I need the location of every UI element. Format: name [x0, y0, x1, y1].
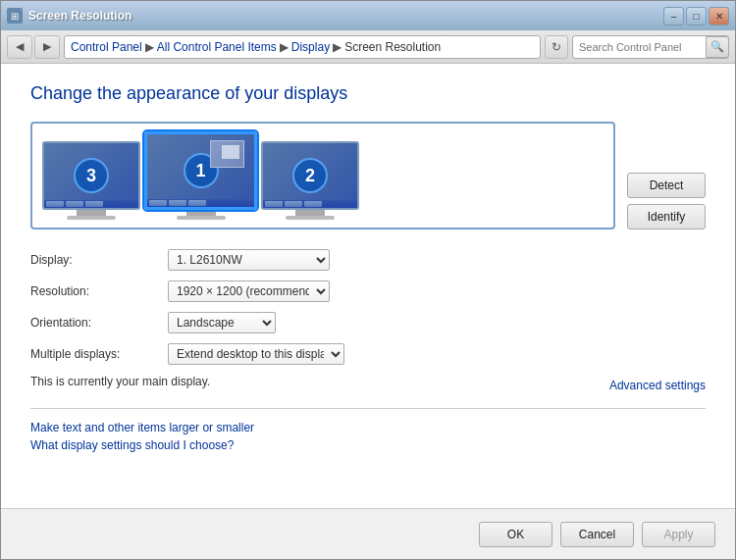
- monitor-taskbar-2: [263, 200, 357, 208]
- orientation-row: Orientation: Landscape Portrait: [30, 312, 706, 333]
- taskbar-btn: [66, 201, 83, 207]
- display-row: Display: 1. L2610NW: [30, 249, 706, 271]
- monitor-area: 3 1: [30, 122, 706, 229]
- main-content: Change the appearance of your displays 3: [1, 64, 735, 508]
- title-buttons: – □ ✕: [663, 7, 729, 25]
- status-row: This is currently your main display. Adv…: [30, 375, 706, 396]
- forward-button[interactable]: ▶: [34, 35, 60, 59]
- resolution-select[interactable]: 1920 × 1200 (recommended): [168, 280, 330, 302]
- taskbar-btn: [265, 201, 283, 207]
- help-links: Make text and other items larger or smal…: [30, 421, 706, 452]
- breadcrumb-control-panel[interactable]: Control Panel: [71, 40, 142, 54]
- monitor-base-2: [286, 216, 335, 220]
- breadcrumb: Control Panel ▶ All Control Panel Items …: [64, 35, 541, 59]
- monitor-screen-2: 2: [261, 141, 359, 210]
- form-section: Display: 1. L2610NW Resolution: 1920 × 1…: [30, 249, 706, 365]
- orientation-select[interactable]: Landscape Portrait: [168, 312, 276, 333]
- cancel-button[interactable]: Cancel: [560, 522, 634, 547]
- title-bar: ⊞ Screen Resolution – □ ✕: [1, 1, 735, 30]
- monitor-screen-1: 1: [144, 131, 257, 210]
- monitors-container: 3 1: [30, 122, 615, 229]
- identify-button[interactable]: Identify: [627, 204, 706, 229]
- multiple-displays-row: Multiple displays: Extend desktop to thi…: [30, 343, 706, 365]
- small-screen: [210, 140, 244, 168]
- monitor-preview-2[interactable]: 2: [261, 141, 359, 220]
- taskbar-btn: [85, 201, 103, 207]
- title-text: Screen Resolution: [28, 9, 663, 23]
- monitor-preview-3[interactable]: 3: [42, 141, 140, 220]
- breadcrumb-sep-1: ▶: [145, 40, 154, 54]
- taskbar-btn: [149, 200, 167, 206]
- breadcrumb-current: Screen Resolution: [344, 40, 441, 54]
- small-screen-inner: [222, 145, 239, 159]
- window-icon: ⊞: [7, 8, 23, 24]
- multiple-displays-select[interactable]: Extend desktop to this display Duplicate…: [168, 343, 344, 365]
- advanced-settings-link[interactable]: Advanced settings: [609, 379, 706, 392]
- back-button[interactable]: ◀: [7, 35, 32, 59]
- address-bar: ◀ ▶ Control Panel ▶ All Control Panel It…: [1, 30, 735, 64]
- breadcrumb-sep-3: ▶: [333, 40, 342, 54]
- taskbar-btn: [304, 201, 322, 207]
- breadcrumb-sep-2: ▶: [280, 40, 289, 54]
- resolution-row: Resolution: 1920 × 1200 (recommended): [30, 280, 706, 302]
- refresh-button[interactable]: ↻: [545, 35, 568, 59]
- monitor-screen-3: 3: [42, 141, 140, 210]
- detect-button[interactable]: Detect: [627, 173, 706, 198]
- taskbar-btn: [46, 201, 64, 207]
- monitor-number-2: 2: [292, 158, 328, 193]
- main-display-status: This is currently your main display.: [30, 375, 210, 388]
- taskbar-btn: [285, 201, 302, 207]
- taskbar-btn: [188, 200, 206, 206]
- breadcrumb-all-items[interactable]: All Control Panel Items: [157, 40, 277, 54]
- close-button[interactable]: ✕: [709, 7, 729, 25]
- monitor-buttons: Detect Identify: [627, 173, 706, 229]
- monitor-taskbar-1: [147, 199, 254, 207]
- divider: [30, 408, 706, 409]
- page-title: Change the appearance of your displays: [30, 83, 706, 104]
- apply-button[interactable]: Apply: [642, 522, 715, 547]
- bottom-bar: OK Cancel Apply: [1, 508, 735, 559]
- help-link-text-size[interactable]: Make text and other items larger or smal…: [30, 421, 706, 434]
- ok-button[interactable]: OK: [479, 522, 552, 547]
- maximize-button[interactable]: □: [686, 7, 707, 25]
- orientation-label: Orientation:: [30, 316, 168, 330]
- display-label: Display:: [30, 253, 168, 267]
- nav-buttons: ◀ ▶: [7, 35, 60, 59]
- monitor-base-1: [177, 216, 226, 220]
- breadcrumb-display[interactable]: Display: [291, 40, 330, 54]
- display-select[interactable]: 1. L2610NW: [168, 249, 330, 271]
- multiple-displays-label: Multiple displays:: [30, 347, 168, 361]
- monitor-taskbar-3: [44, 200, 138, 208]
- taskbar-btn: [169, 200, 186, 206]
- monitor-number-3: 3: [74, 158, 109, 193]
- minimize-button[interactable]: –: [663, 7, 684, 25]
- search-icon[interactable]: 🔍: [706, 36, 729, 58]
- monitor-preview-1[interactable]: 1: [144, 131, 257, 220]
- help-link-display-settings[interactable]: What display settings should I choose?: [30, 438, 706, 452]
- monitor-base-3: [67, 216, 116, 220]
- resolution-label: Resolution:: [30, 284, 168, 298]
- window: ⊞ Screen Resolution – □ ✕ ◀ ▶ Control Pa…: [0, 0, 736, 560]
